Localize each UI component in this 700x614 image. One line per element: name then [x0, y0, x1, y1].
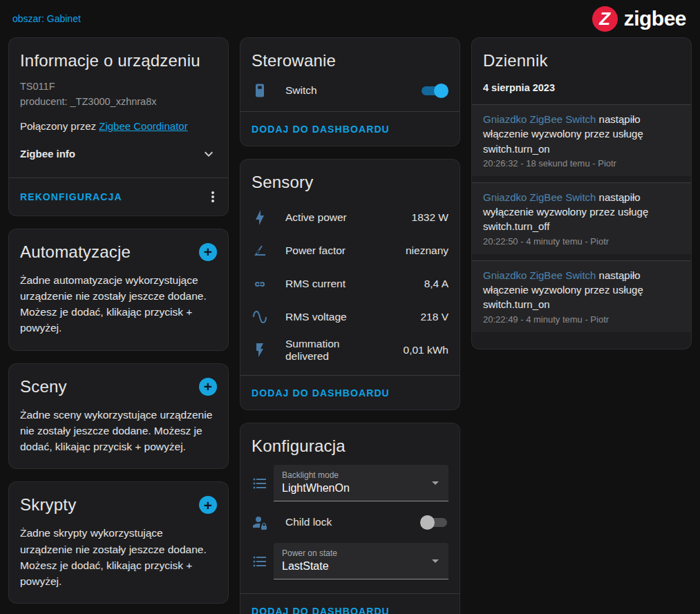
power-on-state-select[interactable]: Power on state LastState — [274, 543, 448, 579]
logbook-card: Dziennik 4 sierpnia 2023 Gniazdko ZigBee… — [471, 37, 692, 349]
chevron-down-icon — [200, 146, 217, 162]
top-bar: obszar: Gabinet Z zigbee — [0, 0, 700, 36]
logbook-title: Dziennik — [472, 38, 691, 79]
sensor-row-power-factor[interactable]: Power factor nieznany — [240, 234, 460, 267]
right-column: Dziennik 4 sierpnia 2023 Gniazdko ZigBee… — [471, 37, 692, 349]
account-lock-icon — [252, 514, 268, 530]
angle-acute-icon — [252, 242, 268, 259]
zigbee-logo-icon: Z — [592, 6, 618, 32]
controls-card: Sterowanie Switch DODAJ DO DASHBOARDU — [240, 37, 460, 146]
sensors-title: Sensory — [240, 160, 460, 201]
device-page: Informacje o urządzeniu TS011F producent… — [0, 36, 700, 614]
automations-title: Automatyzacje — [9, 229, 131, 271]
select-value: LightWhenOn — [282, 482, 424, 495]
configuration-title: Konfiguracja — [240, 423, 460, 465]
logbook-entry[interactable]: Gniazdko ZigBee Switch nastąpiło włączen… — [472, 260, 691, 332]
sensor-name: Power factor — [285, 244, 388, 257]
list-bulleted-icon — [252, 475, 268, 492]
sensor-name: RMS voltage — [285, 311, 403, 323]
reconfigure-button[interactable]: REKONFIGURACJA — [20, 191, 122, 202]
logbook-entry[interactable]: Gniazdko ZigBee Switch nastąpiło wyłącze… — [472, 182, 691, 254]
switch-row: Switch — [240, 79, 460, 111]
scripts-card: Skrypty + Żadne skrypty wykorzystujące u… — [8, 481, 229, 604]
select-value: LastState — [282, 560, 424, 573]
scenes-card: Sceny + Żadne sceny wykorzystujące urząd… — [8, 363, 229, 470]
light-switch-icon — [252, 82, 268, 99]
sensors-card: Sensory Active power 1832 W Power factor… — [240, 159, 460, 410]
flash-icon — [252, 342, 268, 358]
sensor-row-rms-current[interactable]: RMS current 8,4 A — [240, 267, 460, 300]
left-column: Informacje o urządzeniu TS011F producent… — [8, 37, 229, 604]
child-lock-row: Child lock — [252, 511, 448, 543]
scripts-title: Skrypty — [9, 482, 76, 524]
connected-via: Połączony przez Zigbee Coordinator — [20, 120, 217, 132]
logbook-timestamp: 20:22:50 - 4 minuty temu - Piotr — [483, 236, 680, 247]
select-label: Power on state — [282, 548, 424, 558]
logbook-entity-link[interactable]: Gniazdko ZigBee Switch — [483, 113, 596, 125]
configuration-add-to-dashboard-button[interactable]: DODAJ DO DASHBOARDU — [252, 606, 390, 614]
power-on-state-row: Power on state LastState — [252, 543, 448, 579]
sensor-value: 8,4 A — [424, 278, 448, 290]
sensors-add-to-dashboard-button[interactable]: DODAJ DO DASHBOARDU — [252, 387, 390, 399]
scenes-empty-text: Żadne sceny wykorzystujące urządzenie ni… — [9, 405, 228, 469]
configuration-card: Konfiguracja Backlight mode LightWhenOn — [240, 423, 460, 614]
zigbee-logo: Z zigbee — [592, 6, 688, 32]
zigbee-info-expander[interactable]: Zigbee info — [20, 132, 217, 178]
scripts-empty-text: Żadne skrypty wykorzystujące urządzenie … — [9, 524, 228, 603]
sensor-name: Active power — [285, 211, 395, 224]
add-automation-button[interactable]: + — [199, 243, 217, 261]
backlight-mode-row: Backlight mode LightWhenOn — [252, 465, 448, 501]
sensor-row-rms-voltage[interactable]: RMS voltage 218 V — [240, 300, 460, 334]
logbook-entity-link[interactable]: Gniazdko ZigBee Switch — [483, 191, 596, 203]
sensor-name: RMS current — [285, 278, 407, 290]
sensor-value: 1832 W — [412, 211, 448, 224]
zigbee-logo-text: zigbee — [624, 7, 686, 30]
device-info-card: Informacje o urządzeniu TS011F producent… — [8, 37, 229, 216]
child-lock-toggle[interactable] — [420, 515, 448, 530]
sensor-row-summation-delivered[interactable]: Summation delivered 0,01 kWh — [240, 334, 460, 367]
sensor-name: Summation delivered — [285, 338, 386, 363]
lightning-bolt-icon — [252, 209, 268, 226]
dots-vertical-icon[interactable] — [205, 189, 221, 205]
controls-add-to-dashboard-button[interactable]: DODAJ DO DASHBOARDU — [252, 124, 390, 135]
zigbee-info-label: Zigbee info — [20, 148, 75, 160]
dropdown-caret-icon — [432, 559, 439, 563]
add-script-button[interactable]: + — [199, 496, 217, 514]
current-ac-icon — [252, 276, 268, 292]
sensor-row-active-power[interactable]: Active power 1832 W — [240, 201, 460, 234]
logbook-timestamp: 20:22:49 - 4 minuty temu - Piotr — [483, 314, 680, 325]
logbook-entry[interactable]: Gniazdko ZigBee Switch nastąpiło włączen… — [472, 104, 691, 176]
switch-toggle[interactable] — [420, 84, 448, 98]
breadcrumb[interactable]: obszar: Gabinet — [12, 13, 81, 24]
sensor-value: 0,01 kWh — [404, 344, 448, 356]
add-scene-button[interactable]: + — [199, 378, 217, 396]
logbook-date: 4 sierpnia 2023 — [472, 79, 691, 104]
device-manufacturer: producent: _TZ3000_xzhnra8x — [20, 95, 217, 110]
zigbee-coordinator-link[interactable]: Zigbee Coordinator — [99, 120, 187, 132]
sine-wave-icon — [252, 309, 268, 325]
select-label: Backlight mode — [282, 470, 424, 480]
switch-label: Switch — [285, 84, 317, 97]
child-lock-label: Child lock — [285, 516, 332, 528]
connected-via-prefix: Połączony przez — [20, 120, 99, 132]
list-bulleted-icon — [252, 553, 268, 570]
sensor-value: nieznany — [406, 244, 448, 257]
scenes-title: Sceny — [9, 364, 67, 405]
dropdown-caret-icon — [432, 481, 439, 485]
controls-title: Sterowanie — [240, 38, 460, 79]
device-info-title: Informacje o urządzeniu — [9, 38, 228, 79]
middle-column: Sterowanie Switch DODAJ DO DASHBOARDU Se… — [240, 37, 460, 614]
device-model: TS011F — [20, 79, 217, 95]
logbook-entity-link[interactable]: Gniazdko ZigBee Switch — [483, 269, 596, 281]
sensor-value: 218 V — [420, 311, 448, 323]
automations-card: Automatyzacje + Żadne automatyzacje wyko… — [8, 229, 229, 351]
automations-empty-text: Żadne automatyzacje wykorzystujące urząd… — [9, 271, 228, 350]
logbook-timestamp: 20:26:32 - 18 sekund temu - Piotr — [483, 158, 680, 169]
backlight-mode-select[interactable]: Backlight mode LightWhenOn — [274, 465, 448, 501]
